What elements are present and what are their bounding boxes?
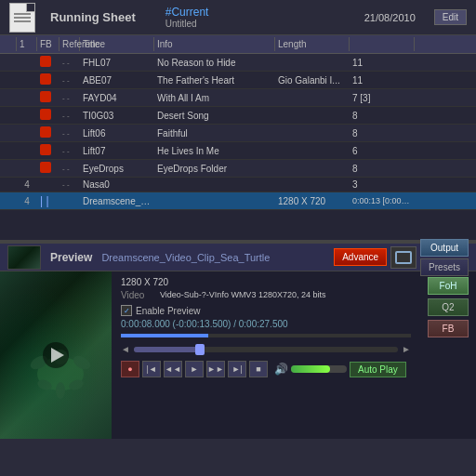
next-frame-button[interactable]: ►|	[228, 361, 246, 377]
preview-section: Preview Dreamscene_Video_Clip_Sea_Turtle…	[0, 244, 476, 439]
timecode-display: 0:00:08.000 (-0:00:13.500) / 0:00:27.500	[121, 319, 411, 329]
table-row[interactable]: - - Lift07 He Lives In Me 6	[0, 142, 476, 160]
autoplay-button[interactable]: Auto Play	[350, 362, 406, 377]
table-row-selected[interactable]: 4 | | Dreamscene_Vi... 1280 X 720 0:00:1…	[0, 192, 476, 210]
output-button[interactable]: Output	[420, 239, 469, 257]
col-ref: Reference	[60, 37, 80, 51]
scrub-start: ◄	[121, 344, 130, 354]
svg-point-6	[56, 382, 65, 399]
scrub-fill	[134, 347, 200, 352]
preview-thumb-icon	[7, 245, 41, 270]
col-length: Length	[275, 37, 350, 51]
prev-frame-button[interactable]: |◄	[142, 361, 161, 377]
preview-clip-name: Dreamscene_Video_Clip_Sea_Turtle	[101, 252, 270, 263]
video-info-line: Video Video-Sub-?-VInfo WMV3 1280X720, 2…	[121, 290, 411, 300]
playback-progress-bar[interactable]	[121, 334, 411, 337]
scrub-line: ◄ ►	[121, 344, 411, 354]
table-row[interactable]: - - FHL07 No Reason to Hide 11	[0, 54, 476, 72]
rewind-button[interactable]: ◄◄	[164, 361, 182, 377]
table-row[interactable]: - - Lift06 Faithful 8	[0, 125, 476, 142]
table-row[interactable]: - - FAYD04 With All I Am 7 [3]	[0, 89, 476, 107]
enable-preview-section: ✓ Enable Preview	[121, 305, 411, 316]
volume-area: 🔊	[274, 363, 288, 376]
volume-fill	[291, 365, 330, 373]
transport-controls: ● |◄ ◄◄ ► ►► ►| ■ 🔊 Auto Play	[121, 361, 411, 377]
foh-button[interactable]: FoH	[428, 277, 469, 295]
q2-button[interactable]: Q2	[428, 298, 469, 316]
table-container: 1 FB Reference Title Info Length - - FHL…	[0, 35, 476, 240]
play-overlay[interactable]	[43, 342, 69, 368]
date-display: 21/08/2010	[364, 12, 416, 23]
output-icon	[390, 246, 416, 269]
preview-label: Preview	[50, 251, 92, 264]
table-row[interactable]: - - EyeDrops EyeDrops Folder 8	[0, 160, 476, 178]
preview-info-panel: 1280 X 720 Video Video-Sub-?-VInfo WMV3 …	[112, 271, 420, 439]
record-button[interactable]: ●	[121, 361, 139, 377]
preview-header: Preview Dreamscene_Video_Clip_Sea_Turtle…	[0, 244, 476, 271]
table-row[interactable]: - - ABE07 The Father's Heart Gio Galanbi…	[0, 72, 476, 89]
volume-slider[interactable]	[291, 365, 347, 373]
stop-button[interactable]: ■	[249, 361, 268, 377]
document-icon	[9, 3, 35, 33]
untitled-label: Untitled	[165, 19, 209, 29]
current-label: #Current	[165, 6, 209, 19]
enable-preview-checkbox[interactable]: ✓	[121, 305, 132, 316]
table-header: 1 FB Reference Title Info Length	[0, 35, 476, 54]
volume-icon[interactable]: 🔊	[274, 363, 288, 376]
table-row[interactable]: - - TI0G03 Desert Song 8	[0, 107, 476, 125]
video-thumbnail-area	[0, 271, 112, 439]
col-title: Title	[80, 37, 154, 51]
edit-button[interactable]: Edit	[434, 9, 467, 25]
col-extra	[350, 37, 415, 51]
header-title-block: Running Sheet	[50, 10, 136, 24]
play-button[interactable]: ►	[185, 361, 204, 377]
scrub-handle[interactable]	[195, 344, 205, 355]
progress-fill	[121, 334, 208, 337]
video-thumbnail	[0, 271, 112, 439]
row-check	[0, 60, 17, 64]
app-container: Running Sheet #Current Untitled 21/08/20…	[0, 0, 476, 476]
turtle-silhouette	[9, 309, 112, 430]
right-buttons-panel: FoH Q2 FB	[420, 271, 476, 439]
col-fb: FB	[37, 37, 60, 51]
scrub-bar[interactable]	[134, 347, 398, 352]
col-checkbox	[0, 37, 17, 51]
table-row[interactable]: 4 - - Nasa0 3	[0, 178, 476, 192]
col-info: Info	[154, 37, 275, 51]
preview-body: 1280 X 720 Video Video-Sub-?-VInfo WMV3 …	[0, 271, 476, 439]
col-num: 1	[17, 37, 37, 51]
running-sheet-title: Running Sheet	[50, 10, 136, 24]
scrub-end: ►	[402, 344, 411, 354]
fb-button[interactable]: FB	[428, 320, 469, 337]
video-info-val: Video-Sub-?-VInfo WMV3 1280X720, 24 bits	[160, 290, 325, 300]
resolution-line: 1280 X 720	[121, 277, 411, 287]
fast-forward-button[interactable]: ►►	[206, 361, 225, 377]
resolution-val: 1280 X 720	[121, 277, 168, 287]
advance-button[interactable]: Advance	[334, 248, 387, 266]
table-body: - - FHL07 No Reason to Hide 11 - - ABE07…	[0, 54, 476, 240]
running-sheet-header: Running Sheet #Current Untitled 21/08/20…	[0, 0, 476, 35]
enable-preview-label: Enable Preview	[136, 306, 200, 316]
